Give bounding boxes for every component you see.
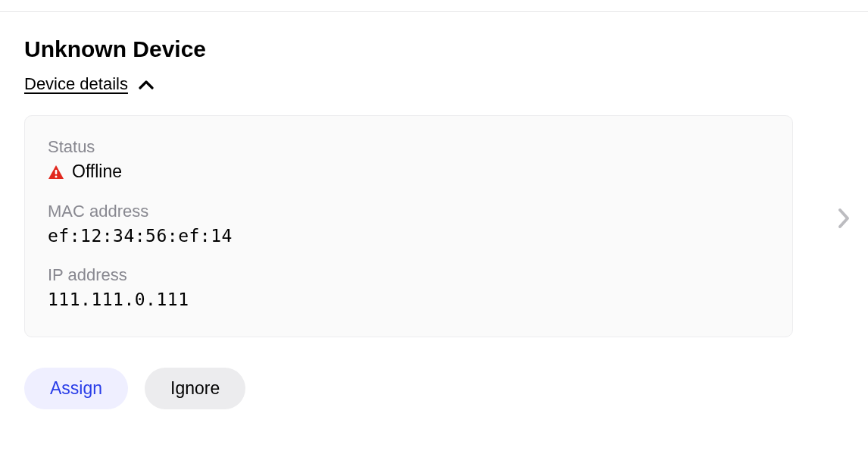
ip-label: IP address bbox=[48, 265, 770, 285]
device-details-label: Device details bbox=[24, 74, 128, 94]
mac-value: ef:12:34:56:ef:14 bbox=[48, 226, 770, 246]
action-buttons: Assign Ignore bbox=[24, 368, 844, 409]
svg-point-1 bbox=[55, 175, 58, 177]
mac-label: MAC address bbox=[48, 202, 770, 221]
svg-rect-0 bbox=[55, 170, 58, 174]
device-title: Unknown Device bbox=[24, 36, 844, 62]
status-label: Status bbox=[48, 137, 770, 157]
mac-block: MAC address ef:12:34:56:ef:14 bbox=[48, 202, 770, 246]
ip-value: 111.111.0.111 bbox=[48, 290, 770, 309]
warning-icon bbox=[48, 164, 64, 180]
next-button[interactable] bbox=[838, 208, 850, 229]
status-row: Offline bbox=[48, 161, 770, 182]
status-value: Offline bbox=[72, 161, 122, 182]
chevron-up-icon bbox=[139, 80, 154, 89]
device-card: Unknown Device Device details Status Off… bbox=[0, 12, 868, 424]
device-details-toggle[interactable]: Device details bbox=[24, 74, 154, 94]
status-block: Status Offline bbox=[48, 137, 770, 182]
ip-block: IP address 111.111.0.111 bbox=[48, 265, 770, 309]
ignore-button[interactable]: Ignore bbox=[145, 368, 245, 409]
device-details-panel: Status Offline MAC address ef:12:34:56:e… bbox=[24, 115, 793, 337]
assign-button[interactable]: Assign bbox=[24, 368, 128, 409]
